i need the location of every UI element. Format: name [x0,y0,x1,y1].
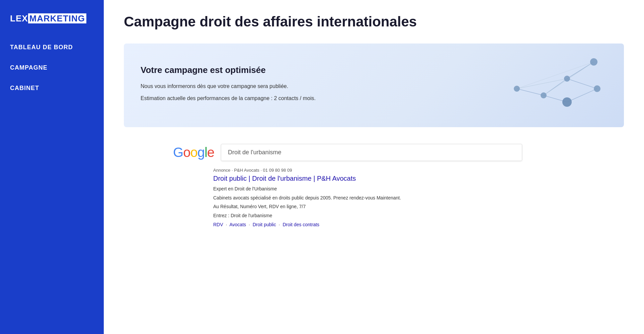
ad-extensions: RDV · Avocats · Droit public · Droit des… [213,222,575,227]
google-logo: Google [173,145,214,160]
ad-link[interactable]: Droit public | Droit de l'urbanisme | P&… [213,175,575,182]
sidebar-item-cabinet[interactable]: CABINET [0,78,104,98]
google-search-input: Droit de l'urbanisme [221,144,522,161]
ad-ext-droit-public[interactable]: Droit public [253,222,276,227]
sidebar-nav: TABLEAU DE BORD CAMPAGNE CABINET [0,37,104,98]
sidebar-item-tableau-de-bord[interactable]: TABLEAU DE BORD [0,37,104,58]
svg-line-0 [517,89,544,95]
ad-ext-droit-contrats[interactable]: Droit des contrats [283,222,319,227]
svg-line-4 [517,79,567,89]
svg-point-10 [541,92,547,98]
google-preview: Google Droit de l'urbanisme Annonce · P&… [173,144,575,227]
svg-point-9 [514,86,520,92]
ad-body-3: Au Résultat, Numéro Vert, RDV en ligne, … [213,203,575,210]
logo-lex: LEX [10,13,28,23]
sidebar-item-campagne[interactable]: CAMPAGNE [0,58,104,78]
svg-line-6 [517,62,594,89]
ad-dot-2: · [249,222,250,227]
svg-point-11 [564,76,570,82]
main-content: Campagne droit des affaires internationa… [104,0,644,334]
ad-container: Annonce · P&H Avocats · 01 09 80 98 09 D… [213,168,575,227]
ad-info: Annonce · P&H Avocats · 01 09 80 98 09 [213,168,575,173]
svg-point-14 [562,97,572,107]
svg-line-7 [567,89,597,102]
sidebar: LEXMARKETING TABLEAU DE BORD CAMPAGNE CA… [0,0,104,334]
logo-marketing: MARKETING [28,13,86,23]
google-search-bar: Google Droit de l'urbanisme [173,144,575,161]
page-title: Campagne droit des affaires internationa… [124,13,624,30]
optimized-banner: Votre campagne est optimisée Nous vous i… [124,44,624,127]
ad-body-4: Entrez : Droit de l'urbanisme [213,212,575,219]
ad-ext-rdv[interactable]: RDV [213,222,223,227]
svg-point-12 [590,58,597,66]
ad-dot-3: · [279,222,280,227]
svg-line-3 [567,79,597,89]
ad-dot-1: · [226,222,227,227]
ad-body-1: Expert en Droit de l'Urbanisme [213,185,575,192]
ad-ext-avocats[interactable]: Avocats [229,222,246,227]
logo-area: LEXMARKETING [0,10,104,37]
ad-body-2: Cabinets avocats spécialisé en droits pu… [213,194,575,201]
network-graph [497,52,604,119]
svg-point-13 [594,85,600,92]
